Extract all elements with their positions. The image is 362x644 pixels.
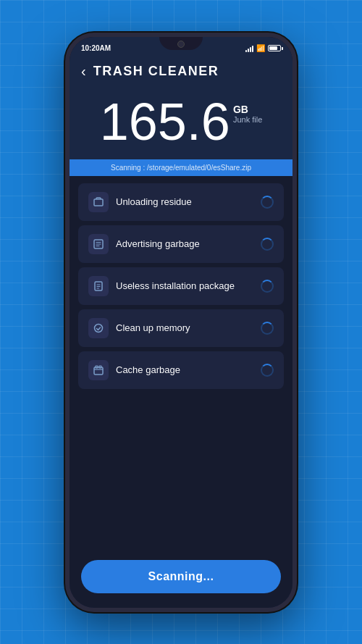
scan-button[interactable]: Scanning...: [81, 560, 281, 593]
cache-garbage-label: Cache garbage: [116, 364, 180, 375]
status-icons: 📶: [245, 44, 281, 52]
cache-garbage-spinner: [261, 364, 274, 377]
back-button[interactable]: ‹: [81, 63, 86, 80]
wifi-icon: 📶: [256, 44, 265, 52]
phone-screen: 10:20AM 📶 ‹ TRASH CLEANER 1: [70, 37, 292, 608]
useless-installation-label: Useless installation package: [116, 280, 235, 291]
storage-section: 165.6 GB Junk file: [70, 88, 292, 159]
clean-memory-label: Clean up memory: [116, 322, 190, 333]
unloading-residue-label: Unloading residue: [116, 196, 192, 207]
useless-installation-spinner: [261, 280, 274, 293]
advertising-garbage-label: Advertising garbage: [116, 238, 200, 249]
scan-path-bar: Scanning : /storage/emulated/0/esShare.z…: [70, 159, 292, 176]
scan-path-text: Scanning : /storage/emulated/0/esShare.z…: [81, 164, 281, 172]
list-item-clean-memory: Clean up memory: [78, 309, 284, 347]
advertising-garbage-spinner: [261, 238, 274, 251]
list-item-advertising-garbage: Advertising garbage: [78, 225, 284, 263]
phone-frame: 10:20AM 📶 ‹ TRASH CLEANER 1: [65, 33, 297, 612]
list-item-useless-installation: Useless installation package: [78, 267, 284, 305]
page-title: TRASH CLEANER: [93, 64, 219, 79]
storage-unit: GB: [233, 104, 248, 114]
storage-value: 165.6: [100, 96, 230, 148]
battery-icon: [268, 45, 281, 51]
header: ‹ TRASH CLEANER: [70, 57, 292, 88]
clean-memory-icon: [88, 318, 109, 338]
unloading-residue-icon: [88, 192, 109, 212]
content-area: Unloading residue Advertising garbage: [70, 176, 292, 551]
storage-unit-container: GB Junk file: [233, 96, 262, 125]
cache-garbage-icon: [88, 360, 109, 380]
status-time: 10:20AM: [81, 44, 111, 52]
status-bar: 10:20AM 📶: [70, 37, 292, 57]
unloading-residue-spinner: [261, 196, 274, 209]
useless-installation-icon: [88, 276, 109, 296]
storage-display: 165.6 GB Junk file: [100, 96, 263, 148]
svg-rect-0: [94, 199, 103, 206]
storage-label: Junk file: [233, 114, 262, 125]
signal-icon: [245, 45, 253, 52]
svg-rect-4: [94, 367, 103, 375]
svg-point-3: [95, 324, 103, 332]
bottom-section: Scanning...: [70, 551, 292, 608]
list-item-cache-garbage: Cache garbage: [78, 351, 284, 389]
advertising-garbage-icon: [88, 234, 109, 254]
list-item-unloading-residue: Unloading residue: [78, 183, 284, 221]
clean-memory-spinner: [261, 322, 274, 335]
